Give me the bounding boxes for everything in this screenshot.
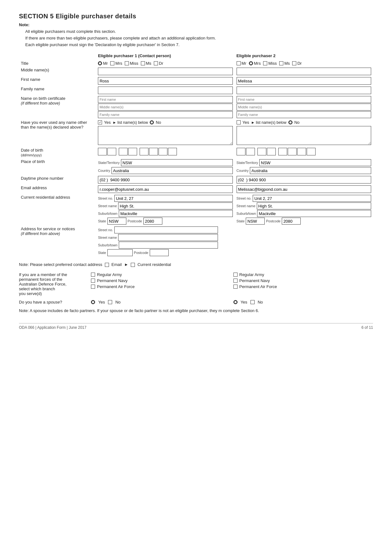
- ep2-mrs-radio[interactable]: [249, 61, 253, 65]
- ep2-middle-name-input[interactable]: [237, 68, 371, 75]
- ep1-email-input[interactable]: [98, 185, 232, 193]
- ep1-mrs[interactable]: Mrs: [110, 61, 122, 66]
- ep1-ms-check[interactable]: [141, 61, 145, 65]
- ep2-first-name-input[interactable]: Melissa: [237, 77, 371, 85]
- ep1-defence: Regular Army Permanent Navy Permanent Ai…: [88, 272, 231, 296]
- ep1-addr-suburb-input[interactable]: [119, 210, 233, 217]
- ep2-dob-y3[interactable]: [297, 148, 306, 155]
- ep1-dr[interactable]: Dr: [154, 61, 163, 66]
- ep1-spouse-yes-radio[interactable]: [91, 300, 95, 304]
- ep2-other-no-radio[interactable]: [288, 120, 292, 124]
- ep1-addr-streetname-input[interactable]: [118, 202, 232, 209]
- ep1-spouse-no-check[interactable]: [108, 300, 112, 304]
- ep1-dob-d2[interactable]: [107, 148, 116, 155]
- ep1-permanent-air-check[interactable]: [91, 285, 95, 289]
- ep1-miss-check[interactable]: [125, 61, 129, 65]
- ep1-dob-y4[interactable]: [168, 148, 177, 155]
- ep1-family-name-input[interactable]: [98, 87, 232, 94]
- ep2-addr-streetname-input[interactable]: [257, 202, 371, 209]
- ep2-dob-d2[interactable]: [246, 148, 255, 155]
- ep2-spouse-yes-radio[interactable]: [233, 300, 238, 304]
- ep2-dr[interactable]: Dr: [292, 61, 302, 66]
- ep2-phone-input[interactable]: [237, 176, 371, 184]
- ep2-dob-y2[interactable]: [288, 148, 297, 155]
- service-addr-state-postcode-row: State Postcode: [98, 249, 218, 256]
- ep2-addr-state-input[interactable]: [246, 218, 265, 225]
- ep1-birth-family-input[interactable]: [98, 111, 232, 118]
- ep1-dob-d1[interactable]: [98, 148, 107, 155]
- service-addr-streetno-input[interactable]: [114, 226, 218, 233]
- ep2-dob-m1[interactable]: [257, 148, 266, 155]
- ep2-dob-m2[interactable]: [267, 148, 276, 155]
- ep2-regular-army-check[interactable]: [233, 273, 238, 277]
- ep1-spouse: Yes No: [88, 300, 231, 304]
- ep2-pob-country-input[interactable]: [250, 167, 371, 174]
- ep1-addr-state-input[interactable]: [107, 218, 126, 225]
- ep1-dob-y1[interactable]: [140, 148, 148, 155]
- ep1-birth-first-input[interactable]: [98, 96, 232, 103]
- ep1-phone-input[interactable]: [98, 176, 232, 184]
- ep2-permanent-air-row: Permanent Air Force: [233, 284, 371, 289]
- ep2-email-input[interactable]: [237, 185, 371, 193]
- ep2-birth-first-input[interactable]: [237, 96, 371, 103]
- ep1-ms[interactable]: Ms: [141, 61, 151, 66]
- ep2-dob-y4[interactable]: [307, 148, 316, 155]
- ep1-pob-country-input[interactable]: [112, 167, 233, 174]
- ep1-pob-state-input[interactable]: [121, 159, 233, 166]
- residential-contact-check[interactable]: [131, 263, 135, 267]
- ep2-defence: Regular Army Permanent Navy Permanent Ai…: [231, 272, 373, 296]
- ep1-permanent-navy-check[interactable]: [91, 279, 95, 283]
- ep2-family-name-input[interactable]: [237, 87, 371, 94]
- ep1-middle-name-input[interactable]: [98, 68, 232, 75]
- ep1-first-name-input[interactable]: Ross: [98, 77, 232, 85]
- service-addr-state-input[interactable]: [107, 249, 133, 256]
- ep2-other-yes-check[interactable]: [237, 120, 241, 124]
- ep2-spouse-yes-label: Yes: [241, 300, 247, 304]
- ep2-addr-postcode-input[interactable]: [282, 218, 301, 225]
- ep2-ms-check[interactable]: [279, 61, 283, 65]
- ep2-mrs[interactable]: Mrs: [249, 61, 261, 66]
- service-addr-postcode-input[interactable]: [150, 249, 169, 256]
- ep2-permanent-navy-check[interactable]: [233, 279, 238, 283]
- ep1-regular-army-row: Regular Army: [91, 272, 228, 277]
- ep2-other-names-textarea[interactable]: [237, 126, 371, 145]
- ep1-dob-m2[interactable]: [128, 148, 137, 155]
- middle-name-label: Middle name(s): [19, 67, 96, 76]
- ep2-addr-streetno-input[interactable]: [253, 195, 371, 202]
- ep2-ms[interactable]: Ms: [279, 61, 290, 66]
- defence-section: If you are a member of the permanent for…: [19, 272, 373, 296]
- service-addr-suburb-input[interactable]: [119, 242, 218, 249]
- ep2-dob-d1[interactable]: [237, 148, 245, 155]
- ep2-pob-state-row: State/Territory: [237, 159, 371, 166]
- ep1-addr-postcode-input[interactable]: [143, 218, 162, 225]
- ep1-dob-m1[interactable]: [119, 148, 128, 155]
- ep2-birth-middle-input[interactable]: [237, 104, 371, 111]
- email-contact-check[interactable]: [105, 263, 109, 267]
- ep1-miss[interactable]: Miss: [125, 61, 138, 66]
- ep2-spouse-no-check[interactable]: [250, 300, 255, 304]
- ep1-dr-check[interactable]: [154, 61, 158, 65]
- ep2-dob-y1[interactable]: [278, 148, 287, 155]
- ep1-mr[interactable]: Mr: [98, 61, 108, 66]
- ep2-dr-check[interactable]: [292, 61, 296, 65]
- ep1-dob-y3[interactable]: [159, 148, 167, 155]
- ep2-pob-state-input[interactable]: [259, 159, 371, 166]
- ep2-miss-check[interactable]: [263, 61, 267, 65]
- ep1-mr-radio[interactable]: [98, 61, 102, 65]
- ep1-other-yes-check[interactable]: [98, 120, 102, 124]
- ep1-mrs-check[interactable]: [110, 61, 114, 65]
- ep1-regular-army-check[interactable]: [91, 273, 95, 277]
- ep1-dob-y2[interactable]: [149, 148, 158, 155]
- ep1-birth-middle-input[interactable]: [98, 104, 232, 111]
- ep1-addr-streetno-input[interactable]: [114, 195, 233, 202]
- ep2-addr-suburb-input[interactable]: [257, 210, 371, 217]
- service-addr-streetname-input[interactable]: [118, 234, 218, 241]
- ep1-other-names-textarea[interactable]: [98, 126, 232, 145]
- ep2-permanent-air-check[interactable]: [233, 285, 238, 289]
- ep2-mr[interactable]: Mr: [237, 61, 246, 66]
- ep2-birth-family-input[interactable]: [237, 111, 371, 118]
- ep2-miss[interactable]: Miss: [263, 61, 277, 66]
- ep2-mr-check[interactable]: [237, 61, 241, 65]
- ep1-other-no-radio[interactable]: [150, 120, 154, 124]
- ep1-permanent-air-row: Permanent Air Force: [91, 284, 228, 289]
